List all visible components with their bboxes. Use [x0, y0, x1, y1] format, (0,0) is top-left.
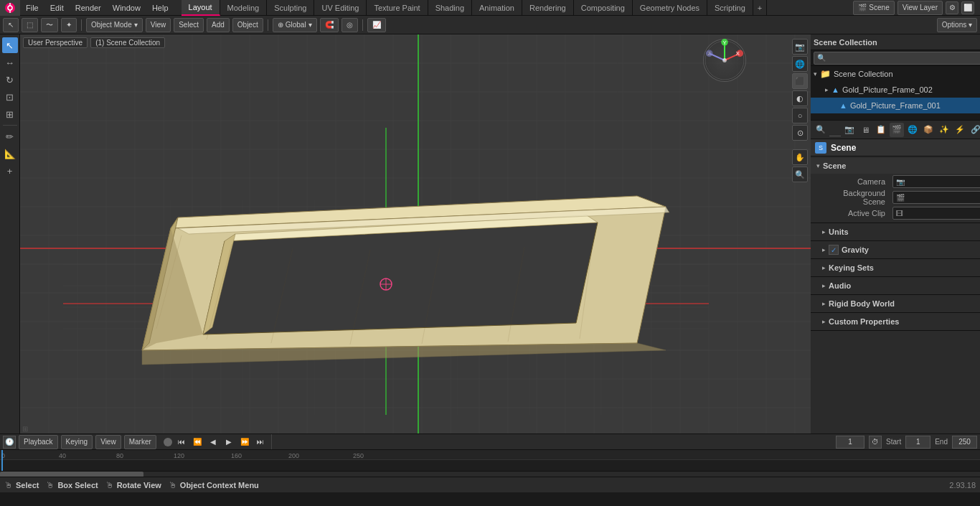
transform-selector[interactable]: ⊕ Global ▾: [273, 18, 317, 32]
prev-frame-btn[interactable]: ⏪: [191, 436, 204, 449]
playback-menu[interactable]: Playback: [19, 435, 58, 449]
tool-rotate[interactable]: ↻: [2, 72, 18, 88]
timeline-type-btn[interactable]: 🕐: [3, 436, 16, 449]
maximize-btn[interactable]: ⬜: [961, 1, 974, 14]
outliner-frame-001[interactable]: ▲ Gold_Picture_Frame_001 👁 ⊙ 📷: [811, 98, 980, 113]
prop-tab-constraint[interactable]: 🔗: [969, 123, 980, 137]
start-frame-input[interactable]: [905, 436, 930, 449]
jump-end-btn[interactable]: ⏭: [254, 436, 267, 449]
tab-animation[interactable]: Animation: [472, 0, 522, 16]
outliner-scene-collection[interactable]: ▾ 📁 Scene Collection 👁 ⊙ 📷: [811, 66, 980, 82]
tool-box-select-btn[interactable]: ⬚: [22, 18, 38, 32]
prop-tab-object[interactable]: 📦: [921, 123, 936, 137]
marker-menu[interactable]: Marker: [124, 435, 156, 449]
prop-tab-physics[interactable]: ⚡: [953, 123, 967, 137]
menu-render[interactable]: Render: [70, 0, 107, 16]
prop-tab-search[interactable]: 🔍: [814, 123, 828, 137]
prop-tab-output[interactable]: 🖥: [858, 123, 872, 137]
units-header[interactable]: ▸ Units: [811, 225, 980, 239]
tab-texture-paint[interactable]: Texture Paint: [367, 0, 428, 16]
timeline-scroll-thumb[interactable]: [0, 472, 143, 477]
tab-scripting[interactable]: Scripting: [707, 0, 753, 16]
menu-edit[interactable]: Edit: [44, 0, 70, 16]
viewport-gizmo[interactable]: X Y Z: [703, 39, 760, 96]
gravity-header[interactable]: ▸ Gravity: [811, 243, 980, 257]
select-menu[interactable]: Select: [174, 18, 204, 32]
tab-add[interactable]: +: [753, 0, 767, 16]
tab-uv-editing[interactable]: UV Editing: [314, 0, 367, 16]
prop-tab-scene[interactable]: 🎬: [890, 123, 904, 137]
menu-window[interactable]: Window: [107, 0, 146, 16]
view-shading-solid[interactable]: ⬛: [792, 73, 808, 89]
tool-move[interactable]: ↔: [2, 55, 18, 70]
play-btn[interactable]: ▶: [222, 436, 235, 449]
scene-section-header[interactable]: S Scene ⚙: [811, 139, 980, 156]
gravity-checkbox[interactable]: [829, 245, 839, 255]
add-menu[interactable]: Add: [207, 18, 230, 32]
prop-tab-view-layer[interactable]: 📋: [874, 123, 888, 137]
active-clip-value[interactable]: 🎞: [892, 207, 980, 220]
tab-layout[interactable]: Layout: [182, 0, 220, 16]
prop-tab-render[interactable]: 📷: [842, 123, 857, 137]
scene-selector[interactable]: 🎬 Scene: [853, 1, 894, 15]
tool-lasso-btn[interactable]: 〜: [41, 18, 58, 32]
tool-measure[interactable]: 📐: [2, 146, 18, 161]
view-shading-render[interactable]: ○: [792, 108, 808, 123]
custom-props-header[interactable]: ▸ Custom Properties: [811, 314, 980, 329]
tool-scale[interactable]: ⊡: [2, 89, 18, 105]
playback-record-btn[interactable]: [164, 438, 172, 446]
tab-sculpting[interactable]: Sculpting: [267, 0, 314, 16]
view-shading-material[interactable]: ◐: [792, 90, 808, 106]
rigid-body-header[interactable]: ▸ Rigid Body World: [811, 296, 980, 311]
background-scene-value[interactable]: 🎬: [892, 191, 980, 204]
settings-btn[interactable]: ⚙: [946, 1, 958, 14]
tool-cursor[interactable]: ↖: [2, 37, 18, 53]
next-frame-btn[interactable]: ⏩: [238, 436, 251, 449]
camera-value[interactable]: 📷 ✏: [892, 175, 980, 188]
tool-select-btn[interactable]: ↖: [3, 18, 19, 32]
outliner-search-input[interactable]: [814, 52, 980, 65]
audio-header[interactable]: ▸ Audio: [811, 278, 980, 293]
view-layer-selector[interactable]: View Layer: [897, 1, 943, 15]
view-camera-btn[interactable]: 📷: [792, 39, 808, 55]
scene-sub-header[interactable]: ▾ Scene: [811, 158, 980, 174]
play-reverse-btn[interactable]: ◀: [207, 436, 220, 449]
tool-add[interactable]: +: [2, 163, 18, 179]
view-render-btn[interactable]: 🌐: [792, 56, 808, 72]
jump-start-btn[interactable]: ⏮: [175, 436, 188, 449]
corner-resize-handle[interactable]: ⊞: [22, 425, 29, 432]
timeline-scrollbar[interactable]: [0, 471, 980, 477]
keying-sets-header[interactable]: ▸ Keying Sets: [811, 261, 980, 275]
proportional-btn[interactable]: ◎: [341, 18, 358, 32]
view-menu-tl[interactable]: View: [95, 435, 121, 449]
viewport-3d[interactable]: User Perspective (1) Scene Collection 📷 …: [20, 34, 811, 434]
object-mode-selector[interactable]: Object Mode ▾: [86, 18, 143, 32]
outliner-frame-002[interactable]: ▸ ▲ Gold_Picture_Frame_002 👁 ⊙ 📷: [811, 82, 980, 98]
current-frame-input[interactable]: [836, 436, 864, 449]
options-btn[interactable]: Options ▾: [937, 18, 977, 32]
tab-shading[interactable]: Shading: [428, 0, 472, 16]
prop-tab-particles[interactable]: ✨: [937, 123, 951, 137]
tool-transform[interactable]: ⊞: [2, 106, 18, 122]
end-frame-input[interactable]: [952, 436, 977, 449]
mouse-left-drag-icon: 🖱: [46, 480, 55, 490]
graph-btn[interactable]: 📈: [367, 18, 386, 32]
menu-file[interactable]: File: [20, 0, 44, 16]
tab-geometry-nodes[interactable]: Geometry Nodes: [633, 0, 707, 16]
view-zoom[interactable]: 🔍: [792, 167, 808, 182]
view-hand[interactable]: ✋: [792, 149, 808, 165]
view-menu[interactable]: View: [146, 18, 171, 32]
snap-btn[interactable]: 🧲: [320, 18, 339, 32]
object-menu[interactable]: Object: [232, 18, 263, 32]
realtime-btn[interactable]: ⏱: [869, 436, 882, 449]
tool-extra-btn[interactable]: ✦: [61, 18, 77, 32]
tool-annotate[interactable]: ✏: [2, 128, 18, 144]
view-overlay[interactable]: ⊙: [792, 125, 808, 141]
menu-help[interactable]: Help: [146, 0, 174, 16]
timeline-track[interactable]: 0 40 80 120 160 200 250: [0, 450, 980, 477]
keying-menu[interactable]: Keying: [61, 435, 93, 449]
tab-rendering[interactable]: Rendering: [522, 0, 574, 16]
tab-compositing[interactable]: Compositing: [574, 0, 633, 16]
prop-tab-world[interactable]: 🌐: [905, 123, 920, 137]
tab-modeling[interactable]: Modeling: [220, 0, 268, 16]
